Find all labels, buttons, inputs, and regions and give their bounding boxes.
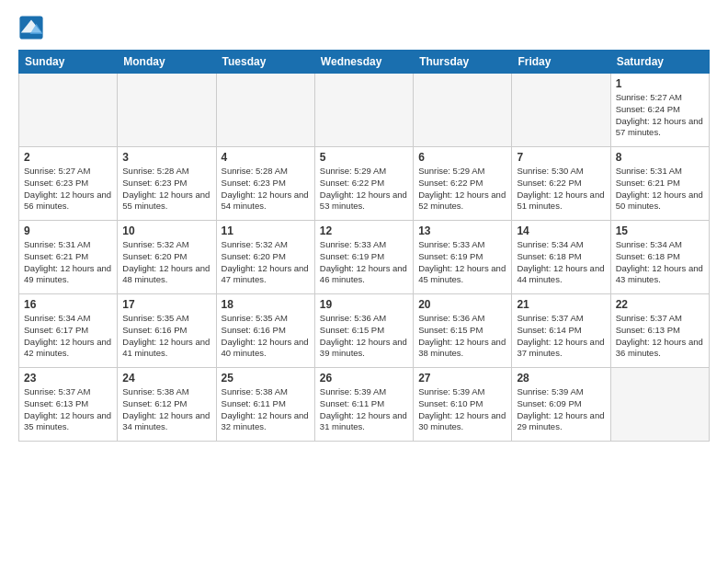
day-info: Sunrise: 5:32 AMSunset: 6:20 PMDaylight:… — [222, 239, 310, 286]
day-cell: 12Sunrise: 5:33 AMSunset: 6:19 PMDayligh… — [314, 221, 413, 294]
day-cell: 14Sunrise: 5:34 AMSunset: 6:18 PMDayligh… — [512, 221, 610, 294]
col-header-friday: Friday — [512, 51, 610, 74]
calendar-header-row: SundayMondayTuesdayWednesdayThursdayFrid… — [19, 51, 710, 74]
day-info: Sunrise: 5:36 AMSunset: 6:15 PMDaylight:… — [418, 313, 506, 360]
day-info: Sunrise: 5:29 AMSunset: 6:22 PMDaylight:… — [320, 166, 408, 213]
day-cell: 26Sunrise: 5:39 AMSunset: 6:11 PMDayligh… — [314, 368, 413, 442]
day-cell — [414, 74, 512, 147]
day-cell: 1Sunrise: 5:27 AMSunset: 6:24 PMDaylight… — [610, 74, 709, 147]
day-number: 16 — [24, 298, 112, 311]
day-info: Sunrise: 5:39 AMSunset: 6:10 PMDaylight:… — [418, 386, 506, 433]
day-info: Sunrise: 5:34 AMSunset: 6:18 PMDaylight:… — [517, 239, 605, 286]
day-cell: 21Sunrise: 5:37 AMSunset: 6:14 PMDayligh… — [512, 294, 610, 368]
day-number: 19 — [320, 298, 408, 311]
day-cell — [19, 74, 118, 147]
day-cell: 28Sunrise: 5:39 AMSunset: 6:09 PMDayligh… — [512, 368, 610, 442]
day-cell: 13Sunrise: 5:33 AMSunset: 6:19 PMDayligh… — [414, 221, 512, 294]
day-info: Sunrise: 5:37 AMSunset: 6:14 PMDaylight:… — [517, 313, 605, 360]
day-number: 13 — [418, 224, 506, 237]
day-cell: 7Sunrise: 5:30 AMSunset: 6:22 PMDaylight… — [512, 147, 610, 221]
day-info: Sunrise: 5:31 AMSunset: 6:21 PMDaylight:… — [616, 166, 704, 213]
day-number: 18 — [222, 298, 310, 311]
day-number: 14 — [517, 224, 605, 237]
page: SundayMondayTuesdayWednesdayThursdayFrid… — [0, 0, 728, 456]
day-info: Sunrise: 5:35 AMSunset: 6:16 PMDaylight:… — [122, 313, 210, 360]
day-number: 24 — [122, 372, 210, 385]
logo — [18, 15, 48, 40]
day-info: Sunrise: 5:31 AMSunset: 6:21 PMDaylight:… — [24, 239, 112, 286]
day-cell — [314, 74, 413, 147]
day-number: 6 — [418, 151, 506, 164]
day-cell: 22Sunrise: 5:37 AMSunset: 6:13 PMDayligh… — [610, 294, 709, 368]
day-info: Sunrise: 5:28 AMSunset: 6:23 PMDaylight:… — [222, 166, 310, 213]
week-row-3: 9Sunrise: 5:31 AMSunset: 6:21 PMDaylight… — [19, 221, 710, 294]
logo-icon — [18, 15, 44, 40]
col-header-saturday: Saturday — [610, 51, 709, 74]
day-number: 23 — [24, 372, 112, 385]
day-info: Sunrise: 5:33 AMSunset: 6:19 PMDaylight:… — [320, 239, 408, 286]
day-info: Sunrise: 5:38 AMSunset: 6:11 PMDaylight:… — [222, 386, 310, 433]
day-number: 28 — [517, 372, 605, 385]
week-row-1: 1Sunrise: 5:27 AMSunset: 6:24 PMDaylight… — [19, 74, 710, 147]
day-number: 21 — [517, 298, 605, 311]
day-info: Sunrise: 5:34 AMSunset: 6:17 PMDaylight:… — [24, 313, 112, 360]
day-cell: 27Sunrise: 5:39 AMSunset: 6:10 PMDayligh… — [414, 368, 512, 442]
day-info: Sunrise: 5:27 AMSunset: 6:23 PMDaylight:… — [24, 166, 112, 213]
day-number: 12 — [320, 224, 408, 237]
day-cell: 15Sunrise: 5:34 AMSunset: 6:18 PMDayligh… — [610, 221, 709, 294]
day-cell: 5Sunrise: 5:29 AMSunset: 6:22 PMDaylight… — [314, 147, 413, 221]
day-cell: 17Sunrise: 5:35 AMSunset: 6:16 PMDayligh… — [118, 294, 216, 368]
day-number: 26 — [320, 372, 408, 385]
day-number: 5 — [320, 151, 408, 164]
day-info: Sunrise: 5:28 AMSunset: 6:23 PMDaylight:… — [122, 166, 210, 213]
day-info: Sunrise: 5:35 AMSunset: 6:16 PMDaylight:… — [222, 313, 310, 360]
day-number: 11 — [222, 224, 310, 237]
day-cell: 10Sunrise: 5:32 AMSunset: 6:20 PMDayligh… — [118, 221, 216, 294]
week-row-4: 16Sunrise: 5:34 AMSunset: 6:17 PMDayligh… — [19, 294, 710, 368]
day-number: 15 — [616, 224, 704, 237]
day-cell — [610, 368, 709, 442]
day-number: 4 — [222, 151, 310, 164]
week-row-5: 23Sunrise: 5:37 AMSunset: 6:13 PMDayligh… — [19, 368, 710, 442]
col-header-wednesday: Wednesday — [314, 51, 413, 74]
day-info: Sunrise: 5:30 AMSunset: 6:22 PMDaylight:… — [517, 166, 605, 213]
day-info: Sunrise: 5:32 AMSunset: 6:20 PMDaylight:… — [122, 239, 210, 286]
day-number: 10 — [122, 224, 210, 237]
day-cell: 2Sunrise: 5:27 AMSunset: 6:23 PMDaylight… — [19, 147, 118, 221]
day-number: 20 — [418, 298, 506, 311]
day-info: Sunrise: 5:34 AMSunset: 6:18 PMDaylight:… — [616, 239, 704, 286]
day-cell: 16Sunrise: 5:34 AMSunset: 6:17 PMDayligh… — [19, 294, 118, 368]
calendar-table: SundayMondayTuesdayWednesdayThursdayFrid… — [18, 50, 710, 442]
day-cell: 25Sunrise: 5:38 AMSunset: 6:11 PMDayligh… — [216, 368, 314, 442]
col-header-thursday: Thursday — [414, 51, 512, 74]
day-info: Sunrise: 5:37 AMSunset: 6:13 PMDaylight:… — [616, 313, 704, 360]
day-info: Sunrise: 5:38 AMSunset: 6:12 PMDaylight:… — [122, 386, 210, 433]
day-cell — [512, 74, 610, 147]
day-info: Sunrise: 5:33 AMSunset: 6:19 PMDaylight:… — [418, 239, 506, 286]
day-cell: 9Sunrise: 5:31 AMSunset: 6:21 PMDaylight… — [19, 221, 118, 294]
header — [18, 15, 710, 40]
day-number: 9 — [24, 224, 112, 237]
day-cell: 19Sunrise: 5:36 AMSunset: 6:15 PMDayligh… — [314, 294, 413, 368]
day-number: 1 — [616, 77, 704, 90]
day-number: 7 — [517, 151, 605, 164]
week-row-2: 2Sunrise: 5:27 AMSunset: 6:23 PMDaylight… — [19, 147, 710, 221]
day-info: Sunrise: 5:29 AMSunset: 6:22 PMDaylight:… — [418, 166, 506, 213]
col-header-monday: Monday — [118, 51, 216, 74]
day-cell — [216, 74, 314, 147]
day-number: 22 — [616, 298, 704, 311]
day-cell: 23Sunrise: 5:37 AMSunset: 6:13 PMDayligh… — [19, 368, 118, 442]
day-info: Sunrise: 5:39 AMSunset: 6:11 PMDaylight:… — [320, 386, 408, 433]
day-info: Sunrise: 5:37 AMSunset: 6:13 PMDaylight:… — [24, 386, 112, 433]
day-info: Sunrise: 5:36 AMSunset: 6:15 PMDaylight:… — [320, 313, 408, 360]
col-header-tuesday: Tuesday — [216, 51, 314, 74]
day-cell — [118, 74, 216, 147]
col-header-sunday: Sunday — [19, 51, 118, 74]
day-number: 17 — [122, 298, 210, 311]
day-cell: 11Sunrise: 5:32 AMSunset: 6:20 PMDayligh… — [216, 221, 314, 294]
day-cell: 20Sunrise: 5:36 AMSunset: 6:15 PMDayligh… — [414, 294, 512, 368]
day-cell: 18Sunrise: 5:35 AMSunset: 6:16 PMDayligh… — [216, 294, 314, 368]
day-number: 3 — [122, 151, 210, 164]
day-number: 25 — [222, 372, 310, 385]
day-cell: 4Sunrise: 5:28 AMSunset: 6:23 PMDaylight… — [216, 147, 314, 221]
